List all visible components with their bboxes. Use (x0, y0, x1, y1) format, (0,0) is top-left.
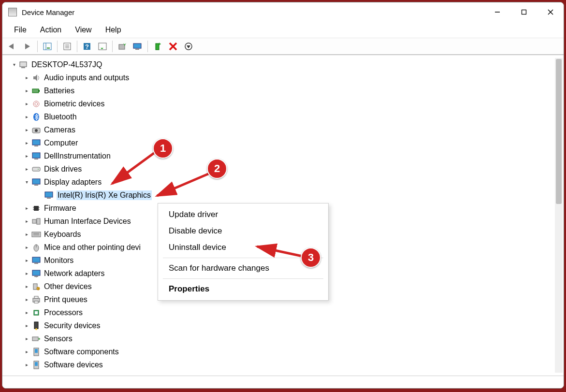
chevron-right-icon[interactable]: ▸ (23, 87, 30, 95)
context-menu-separator (163, 278, 323, 279)
chevron-right-icon[interactable]: ▸ (23, 139, 30, 147)
chevron-right-icon[interactable]: ▸ (23, 113, 30, 121)
tree-node-cameras[interactable]: ▸ Cameras (5, 123, 554, 136)
app-icon (8, 8, 17, 16)
close-button[interactable] (537, 2, 564, 22)
chevron-right-icon[interactable]: ▸ (23, 218, 30, 225)
chevron-right-icon[interactable]: ▸ (23, 126, 30, 134)
svg-rect-40 (34, 159, 38, 160)
toolbar-update-driver-button[interactable] (115, 40, 130, 53)
chevron-right-icon[interactable]: ▸ (23, 335, 30, 343)
tree-node-biometric[interactable]: ▸ Biometric devices (5, 97, 554, 110)
chevron-right-icon[interactable]: ▸ (23, 296, 30, 304)
tree-root-label: DESKTOP-4L537JQ (31, 60, 102, 69)
update-icon (118, 42, 127, 51)
toolbar-uninstall-button[interactable] (166, 40, 180, 53)
chevron-down-icon[interactable]: ▾ (10, 61, 18, 69)
tree-node-intel-graphics[interactable]: Intel(R) Iris(R) Xe Graphics (5, 189, 554, 202)
battery-icon (31, 87, 41, 95)
tree-node-computer[interactable]: ▸ Computer (5, 136, 554, 149)
maximize-button[interactable] (510, 2, 537, 22)
chevron-right-icon[interactable]: ▸ (23, 309, 30, 317)
context-menu-disable-device[interactable]: Disable device (158, 223, 328, 239)
chevron-right-icon[interactable]: ▸ (23, 204, 30, 212)
chevron-right-icon[interactable]: ▸ (23, 165, 30, 173)
tree-node-display-adapters[interactable]: ▾ Display adapters (5, 175, 554, 189)
sensor-icon (31, 334, 41, 343)
tree-node-sensors[interactable]: ▸ Sensors (5, 332, 554, 345)
svg-point-33 (35, 102, 38, 105)
scrollbar-thumb[interactable] (556, 59, 562, 204)
svg-rect-47 (34, 206, 39, 211)
toolbar-help-button[interactable]: ? (80, 40, 94, 53)
titlebar: Device Manager (2, 2, 564, 22)
monitor-icon (31, 152, 41, 160)
svg-rect-20 (135, 49, 139, 50)
camera-icon (31, 126, 41, 134)
toolbar-add-legacy-button[interactable] (181, 40, 196, 53)
context-menu-update-driver[interactable]: Update driver (158, 206, 328, 223)
svg-rect-8 (47, 47, 50, 49)
toolbar-enable-button[interactable] (150, 40, 165, 53)
tree-node-batteries[interactable]: ▸ Batteries (5, 84, 554, 97)
tree-node-dell[interactable]: ▸ DellInstrumentation (5, 149, 554, 162)
tree-node-bluetooth[interactable]: ▸ Bluetooth (5, 110, 554, 123)
chevron-right-icon[interactable]: ▸ (23, 270, 30, 277)
toolbar-back-button[interactable] (5, 40, 19, 53)
device-manager-window: Device Manager File Action View Help (2, 2, 564, 389)
tree-node-sw-devices[interactable]: ▸ Software devices (5, 358, 554, 371)
tree-node-security[interactable]: ▸ Security devices (5, 319, 554, 332)
svg-rect-1 (522, 10, 526, 15)
tree-root-node[interactable]: ▾ DESKTOP-4L537JQ (5, 58, 554, 71)
chevron-right-icon[interactable]: ▸ (23, 361, 30, 369)
other-icon: ? (31, 282, 41, 291)
toolbar-separator (112, 41, 113, 52)
menu-action[interactable]: Action (33, 24, 68, 36)
toolbar-tree-button[interactable] (40, 40, 55, 53)
svg-point-73 (35, 328, 37, 330)
chevron-right-icon[interactable]: ▸ (23, 231, 30, 238)
tree-item-label: Software components (44, 348, 119, 356)
tree-item-label: Biometric devices (44, 100, 104, 108)
tree-item-label: Intel(R) Iris(R) Xe Graphics (57, 190, 152, 200)
chevron-right-icon[interactable]: ▸ (23, 257, 30, 264)
svg-rect-68 (34, 296, 38, 298)
menu-help[interactable]: Help (99, 24, 128, 36)
toolbar-scan-button[interactable] (131, 40, 145, 53)
tree-item-label: Cameras (44, 126, 75, 134)
monitor-scan-icon (133, 43, 143, 50)
chevron-right-icon[interactable]: ▸ (23, 152, 30, 160)
minimize-button[interactable] (484, 2, 510, 22)
software-icon (31, 348, 41, 356)
chevron-right-icon[interactable]: ▸ (23, 283, 30, 290)
mouse-icon (31, 243, 41, 252)
context-menu-properties[interactable]: Properties (158, 281, 328, 297)
toolbar-action-view-button[interactable] (95, 40, 110, 53)
tree-node-sw-components[interactable]: ▸ Software components (5, 345, 554, 358)
chevron-right-icon[interactable]: ▸ (23, 322, 30, 330)
menu-view[interactable]: View (68, 24, 98, 36)
chevron-down-icon[interactable]: ▾ (23, 178, 30, 186)
menubar: File Action View Help (2, 22, 564, 38)
toolbar-separator (77, 41, 77, 52)
help-icon: ? (83, 42, 91, 51)
tree-item-label: Disk drives (44, 165, 82, 174)
svg-rect-27 (20, 62, 27, 67)
menu-file[interactable]: File (7, 24, 33, 36)
tree-node-processors[interactable]: ▸ Processors (5, 306, 554, 319)
chevron-right-icon[interactable]: ▸ (23, 74, 30, 82)
chevron-right-icon[interactable]: ▸ (23, 244, 30, 251)
svg-rect-69 (34, 301, 38, 303)
toolbar-forward-button[interactable] (20, 40, 35, 53)
annotation-3: 3 (301, 247, 321, 268)
display-icon (31, 178, 41, 187)
svg-rect-60 (34, 263, 38, 264)
vertical-scrollbar[interactable] (555, 58, 563, 373)
tree-node-audio[interactable]: ▸ Audio inputs and outputs (5, 71, 554, 84)
tree-node-disk[interactable]: ▸ Disk drives (5, 162, 554, 175)
chevron-right-icon[interactable]: ▸ (23, 348, 30, 356)
tree-item-label: Batteries (44, 87, 74, 95)
toolbar-properties-button[interactable] (60, 40, 74, 53)
speaker-icon (31, 73, 41, 82)
chevron-right-icon[interactable]: ▸ (23, 100, 30, 108)
